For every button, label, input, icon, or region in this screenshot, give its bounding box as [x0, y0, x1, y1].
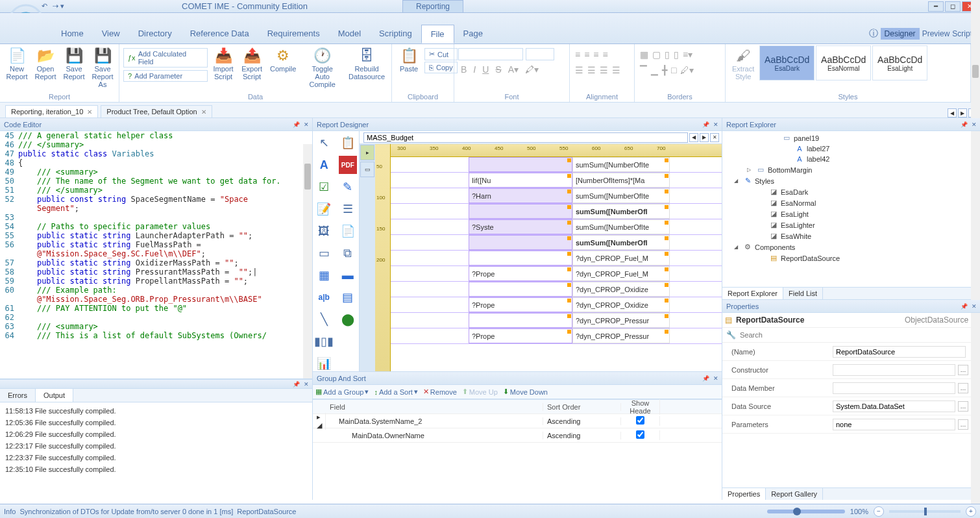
context-tab-reporting[interactable]: Reporting	[402, 0, 463, 12]
wrench-icon[interactable]: 🔧	[726, 330, 736, 339]
richtext-tool[interactable]: 📝	[315, 200, 333, 218]
property-value-input[interactable]	[833, 364, 955, 376]
pin-icon[interactable]: 📌	[959, 120, 968, 129]
zoom-slider[interactable]	[767, 510, 845, 513]
tree-item[interactable]: ◪EsaLighter	[722, 219, 980, 230]
border-color-button[interactable]: 🖊▾	[679, 64, 695, 77]
zoom-out-button[interactable]: −	[874, 506, 884, 517]
add-calculated-field-button[interactable]: ƒxAdd Calculated Field	[123, 48, 208, 68]
info-icon[interactable]: ⓘ	[869, 28, 878, 40]
highlight-button[interactable]: 🖍▾	[522, 63, 541, 76]
bold-button[interactable]: B	[458, 63, 469, 76]
mode-preview[interactable]: Preview	[922, 29, 950, 38]
property-value-input[interactable]	[833, 346, 966, 358]
design-row[interactable]: ?dyn_CPROP_Pressur	[391, 313, 722, 328]
tree-item[interactable]: ◪EsaWhite	[722, 230, 980, 241]
close-panel-icon[interactable]: ✕	[711, 120, 720, 129]
open-report-button[interactable]: 📂Open Report	[32, 45, 58, 82]
border-inner-button[interactable]: ╋	[661, 64, 668, 77]
property-value-input[interactable]	[833, 419, 955, 430]
valign-middle-button[interactable]: ☰	[586, 64, 597, 77]
doctab[interactable]: Product Tree, Default Option✕	[101, 105, 212, 117]
close-panel-icon[interactable]: ✕	[302, 120, 311, 129]
ellipsis-button[interactable]: …	[958, 401, 968, 412]
chart-tool[interactable]: 📊	[315, 354, 333, 371]
show-header-checkbox[interactable]	[636, 430, 644, 439]
font-size-select[interactable]	[526, 48, 554, 60]
spacer2-tool[interactable]	[339, 354, 357, 371]
underline-button[interactable]: U	[480, 63, 491, 76]
group-sort-row[interactable]: MainData.OwnerNameAscending	[313, 428, 722, 443]
ellipsis-button[interactable]: …	[958, 365, 968, 375]
border-top-button[interactable]: ▔	[639, 64, 648, 77]
add-sort-button[interactable]: ↕Add a Sort ▾	[374, 388, 417, 396]
design-row[interactable]: ?Prope?dyn_CPROP_Pressur	[391, 328, 722, 344]
save-report-as-button[interactable]: 💾Save Report As	[90, 45, 116, 90]
font-color-button[interactable]: A▾	[506, 63, 521, 76]
zoom-in-button[interactable]: +	[966, 506, 976, 517]
border-left-button[interactable]: ▯	[663, 48, 671, 61]
border-none-button[interactable]: ▢	[651, 48, 662, 61]
nav-fwd-icon[interactable]: ⇢ ▾	[53, 2, 64, 10]
mode-designer[interactable]: Designer	[881, 28, 920, 40]
border-width-button[interactable]: ≡▾	[681, 48, 694, 61]
move-down-button[interactable]: ⬇Move Down	[503, 388, 548, 396]
design-row[interactable]: ?SystesumSum([NumberOfIte	[391, 219, 722, 235]
move-up-button[interactable]: ⬆Move Up	[462, 388, 498, 396]
add-group-button[interactable]: ▦Add a Group ▾	[315, 388, 369, 396]
picture-tool[interactable]: 🖼	[315, 222, 333, 240]
table-tool[interactable]: ▦	[315, 266, 333, 284]
properties-search-input[interactable]	[740, 331, 976, 339]
label-tool[interactable]: A	[315, 156, 333, 174]
errors-tab[interactable]: Errors	[0, 389, 36, 402]
tree-item[interactable]: ▭panel19	[722, 132, 980, 143]
remove-button[interactable]: ✕Remove	[423, 388, 457, 396]
signature-tool[interactable]: ✎	[339, 178, 357, 196]
style-esalight[interactable]: AaBbCcDdEsaLight	[872, 45, 927, 80]
menu-home[interactable]: Home	[52, 25, 93, 43]
close-panel-icon[interactable]: ✕	[302, 380, 311, 389]
character-comb-tool[interactable]: a|b	[315, 288, 333, 306]
design-canvas[interactable]: ▸ ▭ 50100150200 300350400450500550600650…	[360, 144, 722, 371]
style-esanormal[interactable]: AaBbCcDdEsaNormal	[816, 45, 871, 80]
output-tab[interactable]: Output	[36, 389, 73, 402]
subreport-tool[interactable]: ⧉	[339, 244, 357, 262]
menu-page[interactable]: Page	[454, 25, 492, 43]
code-scrollbar[interactable]	[303, 144, 312, 378]
tab-field-list[interactable]: Field List	[783, 288, 823, 299]
design-row[interactable]: ?Prope?dyn_CPROP_Fuel_M	[391, 266, 722, 282]
tree-item[interactable]: ◢⚙Components	[722, 241, 980, 253]
menu-reference-data[interactable]: Reference Data	[181, 25, 258, 43]
border-bottom-button[interactable]: ▁	[650, 64, 659, 77]
close-panel-icon[interactable]: ✕	[970, 120, 979, 129]
menu-file[interactable]: File	[421, 25, 454, 43]
design-row[interactable]: Iif([Nu[NumberOfItems]*[Ma	[391, 173, 722, 188]
tree-item[interactable]: Alabel42	[722, 154, 980, 164]
tree-item[interactable]: Alabel27	[722, 143, 980, 154]
tab-next-button[interactable]: ▶	[958, 108, 967, 117]
menu-directory[interactable]: Directory	[129, 25, 181, 43]
design-row[interactable]: ?dyn_CPROP_Oxidize	[391, 282, 722, 297]
border-all-button[interactable]: ▦	[639, 48, 650, 61]
align-justify-button[interactable]: ≡	[602, 48, 609, 61]
align-right-button[interactable]: ≡	[592, 48, 600, 61]
tab-report-gallery[interactable]: Report Gallery	[766, 488, 823, 500]
barcode-tool[interactable]: ▮▯▮	[315, 332, 333, 351]
code-editor[interactable]: 45/// A general static helper class46///…	[0, 131, 312, 379]
pin-icon[interactable]: 📌	[701, 374, 710, 383]
tab-report-explorer[interactable]: Report Explorer	[722, 288, 783, 299]
shape-tool[interactable]: ⬤	[339, 310, 357, 328]
rebuild-datasource-button[interactable]: 🗄Rebuild Datasource	[346, 45, 387, 82]
copy-button[interactable]: ⎘Copy	[424, 62, 458, 73]
menu-model[interactable]: Model	[329, 25, 370, 43]
doctab[interactable]: Reporting, iteration_10✕	[5, 105, 98, 117]
spacer-tool[interactable]	[339, 332, 357, 351]
maximize-button[interactable]: ◻	[945, 1, 961, 12]
border-outer-button[interactable]: □	[670, 64, 678, 77]
toggle-auto-compile-button[interactable]: 🕐Toggle Auto Compile	[301, 45, 343, 90]
save-report-button[interactable]: 💾Save Report	[61, 45, 87, 82]
align-left-button[interactable]: ≡	[574, 48, 582, 61]
ellipsis-button[interactable]: …	[958, 383, 968, 393]
add-parameter-button[interactable]: ?Add Parameter	[123, 70, 208, 82]
tab-prev-icon[interactable]: ◀	[689, 133, 698, 142]
